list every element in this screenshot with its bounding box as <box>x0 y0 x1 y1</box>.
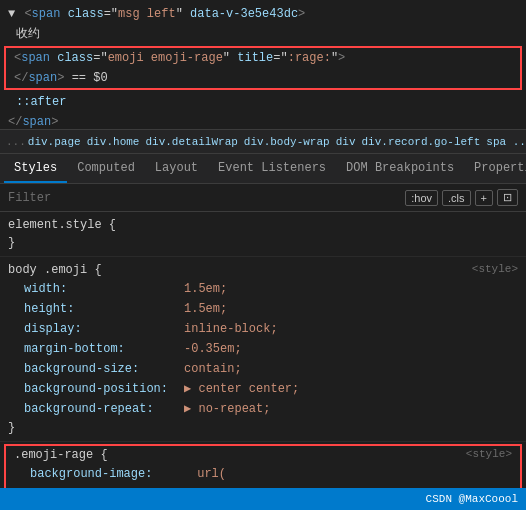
css-close-brace-element-style: } <box>0 234 526 252</box>
breadcrumb-div-page[interactable]: div.page <box>26 136 83 148</box>
css-prop-background-position: background-position: ▶ center center; <box>24 379 518 399</box>
css-rule-header-emoji-rage: .emoji-rage { <style> <box>6 446 520 464</box>
tab-properties[interactable]: Properties <box>464 155 526 183</box>
tab-layout[interactable]: Layout <box>145 155 208 183</box>
css-prop-height: height: 1.5em; <box>24 299 518 319</box>
breadcrumb-div[interactable]: div <box>334 136 358 148</box>
tab-event-listeners[interactable]: Event Listeners <box>208 155 336 183</box>
filter-input[interactable] <box>8 191 401 205</box>
tab-styles[interactable]: Styles <box>4 155 67 183</box>
expand-triangle-1[interactable]: ▼ <box>8 7 15 21</box>
breadcrumb-spa[interactable]: spa ... <box>484 136 526 148</box>
dom-line-after: ::after <box>0 92 526 112</box>
css-rule-header-body-emoji: body .emoji { <style> <box>0 261 526 279</box>
breadcrumb-div-record-go-left[interactable]: div.record.go-left <box>360 136 483 148</box>
breadcrumb-bar: ... div.page div.home div.detailWrap div… <box>0 130 526 154</box>
dom-line-span-close2: </span> <box>0 112 526 130</box>
css-selector-body-emoji: body .emoji { <box>8 263 102 277</box>
breadcrumb-div-home[interactable]: div.home <box>85 136 142 148</box>
css-rule-body-emoji: body .emoji { <style> width: 1.5em; heig… <box>0 257 526 442</box>
dom-highlight-box: <span class="emoji emoji-rage" title=":r… <box>4 46 522 90</box>
css-rule-emoji-rage-highlighted: .emoji-rage { <style> background-image: … <box>4 444 522 488</box>
css-selector-emoji-rage: .emoji-rage { <box>14 448 108 462</box>
toggle-button[interactable]: ⊡ <box>497 189 518 206</box>
dom-line-span-open[interactable]: <span class="emoji emoji-rage" title=":r… <box>6 48 520 68</box>
css-rules-panel: element.style { } body .emoji { <style> … <box>0 212 526 488</box>
tab-computed[interactable]: Computed <box>67 155 145 183</box>
filter-buttons: :hov .cls + ⊡ <box>405 189 518 206</box>
css-source-emoji-rage[interactable]: <style> <box>466 448 512 462</box>
status-bar: CSDN @MaxCoool <box>0 488 526 510</box>
css-props-body-emoji: width: 1.5em; height: 1.5em; display: in… <box>0 279 526 419</box>
breadcrumb-div-detailwrap[interactable]: div.detailWrap <box>143 136 239 148</box>
css-prop-width: width: 1.5em; <box>24 279 518 299</box>
filter-bar: :hov .cls + ⊡ <box>0 184 526 212</box>
add-rule-button[interactable]: + <box>475 190 493 206</box>
dom-line-1: ▼ <span class="msg left" data-v-3e5e43dc… <box>0 4 526 24</box>
css-prop-margin-bottom: margin-bottom: -0.35em; <box>24 339 518 359</box>
hov-filter-button[interactable]: :hov <box>405 190 438 206</box>
tab-dom-breakpoints[interactable]: DOM Breakpoints <box>336 155 464 183</box>
css-props-emoji-rage: background-image: url( data:image/png;ba… <box>6 464 520 488</box>
css-prop-background-image: background-image: url( <box>30 464 512 484</box>
css-prop-background-repeat: background-repeat: ▶ no-repeat; <box>24 399 518 419</box>
status-bar-right: CSDN @MaxCoool <box>426 493 518 505</box>
dom-line-span-close[interactable]: </span> == $0 <box>6 68 520 88</box>
css-selector-element-style: element.style { <box>8 218 116 232</box>
dom-inspector: ▼ <span class="msg left" data-v-3e5e43dc… <box>0 0 526 130</box>
css-close-brace-body-emoji: } <box>0 419 526 437</box>
css-rule-element-style: element.style { } <box>0 212 526 257</box>
cls-filter-button[interactable]: .cls <box>442 190 471 206</box>
css-rule-header-element-style: element.style { <box>0 216 526 234</box>
tab-bar: Styles Computed Layout Event Listeners D… <box>0 154 526 184</box>
css-source-body-emoji[interactable]: <style> <box>472 263 518 277</box>
breadcrumb-ellipsis: ... <box>6 136 26 148</box>
dom-line-chinese: 收约 <box>0 24 526 44</box>
breadcrumb-div-body-wrap[interactable]: div.body-wrap <box>242 136 332 148</box>
css-prop-background-size: background-size: contain; <box>24 359 518 379</box>
css-prop-display: display: inline-block; <box>24 319 518 339</box>
